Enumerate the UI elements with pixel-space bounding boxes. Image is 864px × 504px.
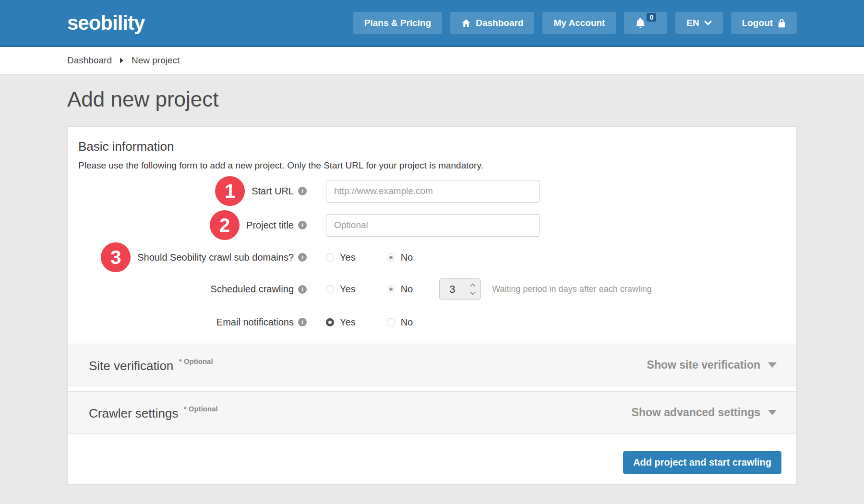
- lock-icon: [778, 18, 786, 28]
- email-yes-option[interactable]: Yes: [326, 317, 356, 328]
- main-content: Add new project Basic information Please…: [0, 87, 864, 485]
- language-selector-button[interactable]: EN: [675, 12, 722, 34]
- email-no-radio[interactable]: [387, 318, 395, 326]
- site-verification-title: Site verification: [89, 359, 173, 373]
- waiting-period-stepper[interactable]: 3: [439, 278, 481, 300]
- seobility-logo[interactable]: seobility: [67, 12, 144, 35]
- step-3-badge: 3: [101, 242, 131, 272]
- add-project-button[interactable]: Add project and start crawling: [623, 451, 781, 474]
- scheduled-no-label: No: [401, 284, 413, 295]
- project-title-input[interactable]: [326, 214, 540, 237]
- my-account-button[interactable]: My Account: [542, 12, 616, 34]
- basic-information-title: Basic information: [78, 138, 786, 155]
- project-title-label-group: 2 Project title i: [78, 216, 307, 234]
- start-url-row: 1 Start URL i: [78, 180, 786, 203]
- home-icon: [461, 18, 471, 28]
- scheduled-yes-radio[interactable]: [326, 285, 334, 293]
- start-url-label: Start URL: [252, 186, 294, 197]
- subdomains-row: 3 Should Seobility crawl sub domains? i …: [78, 248, 786, 267]
- new-project-card: Basic information Please use the followi…: [67, 126, 797, 485]
- email-notifications-row: Email notifications i Yes No: [78, 312, 786, 332]
- dashboard-button[interactable]: Dashboard: [450, 12, 534, 34]
- notifications-button[interactable]: 0: [624, 12, 667, 34]
- email-no-label: No: [401, 317, 413, 328]
- show-site-verification-label: Show site verification: [647, 359, 760, 372]
- email-yes-radio[interactable]: [326, 318, 334, 326]
- card-footer: Add project and start crawling: [68, 434, 796, 484]
- triangle-down-icon: [768, 410, 777, 415]
- email-notifications-info-icon[interactable]: i: [298, 318, 307, 326]
- site-verification-section: Site verification * Optional Show site v…: [68, 344, 796, 386]
- email-no-option[interactable]: No: [387, 317, 413, 328]
- show-site-verification-toggle[interactable]: Show site verification: [647, 359, 777, 372]
- scheduled-yes-label: Yes: [340, 284, 356, 295]
- crawler-settings-optional-tag: * Optional: [184, 405, 218, 413]
- show-advanced-settings-label: Show advanced settings: [632, 406, 760, 419]
- stepper-arrows: [471, 283, 475, 296]
- scheduled-crawling-row: Scheduled crawling i Yes No 3: [78, 278, 786, 300]
- project-title-label: Project title: [246, 220, 294, 231]
- logout-label: Logout: [742, 18, 773, 28]
- project-title-info-icon[interactable]: i: [298, 221, 307, 229]
- project-title-row: 2 Project title i: [78, 214, 786, 237]
- top-header: seobility Plans & Pricing Dashboard My A…: [0, 0, 864, 47]
- show-advanced-settings-toggle[interactable]: Show advanced settings: [632, 406, 777, 419]
- scheduled-no-option[interactable]: No: [387, 284, 413, 295]
- breadcrumb-current: New project: [132, 55, 180, 66]
- chevron-down-icon: [704, 20, 712, 26]
- scheduled-crawling-label: Scheduled crawling: [211, 284, 294, 295]
- email-radio-group: Yes No: [326, 317, 413, 328]
- my-account-label: My Account: [553, 18, 605, 28]
- bell-icon: [635, 17, 646, 29]
- crawler-settings-section: Crawler settings * Optional Show advance…: [68, 391, 796, 434]
- header-nav: Plans & Pricing Dashboard My Account 0 E…: [353, 12, 797, 34]
- logout-button[interactable]: Logout: [731, 12, 797, 34]
- waiting-period-hint: Waiting period in days after each crawli…: [492, 284, 652, 294]
- scheduled-no-radio[interactable]: [387, 285, 395, 293]
- dashboard-label: Dashboard: [476, 18, 523, 28]
- plans-pricing-button[interactable]: Plans & Pricing: [353, 12, 442, 34]
- crawler-settings-title: Crawler settings: [89, 406, 178, 420]
- plans-pricing-label: Plans & Pricing: [364, 18, 431, 28]
- language-label: EN: [686, 18, 699, 28]
- stepper-down-icon[interactable]: [470, 289, 476, 295]
- step-2-badge: 2: [210, 210, 240, 240]
- form-intro-text: Please use the following form to add a n…: [78, 160, 786, 171]
- site-verification-optional-tag: * Optional: [179, 357, 213, 365]
- site-verification-heading: Site verification * Optional: [89, 357, 213, 373]
- crawler-settings-heading: Crawler settings * Optional: [89, 405, 218, 421]
- subdomains-label-group: 3 Should Seobility crawl sub domains? i: [78, 248, 307, 266]
- subdomains-radio-group: Yes No: [326, 252, 413, 263]
- scheduled-label-group: Scheduled crawling i: [78, 284, 307, 295]
- email-label-group: Email notifications i: [78, 317, 307, 328]
- start-url-input[interactable]: [326, 180, 540, 203]
- breadcrumb-dashboard-link[interactable]: Dashboard: [67, 55, 112, 66]
- basic-information-section: Basic information Please use the followi…: [68, 127, 796, 332]
- breadcrumb-arrow-icon: [120, 58, 123, 63]
- start-url-info-icon[interactable]: i: [298, 187, 307, 195]
- step-1-badge: 1: [215, 176, 245, 206]
- notification-count-badge: 0: [647, 13, 656, 22]
- triangle-down-icon: [768, 362, 777, 368]
- scheduled-yes-option[interactable]: Yes: [326, 284, 356, 295]
- subdomains-yes-label: Yes: [340, 252, 356, 263]
- subdomains-yes-option[interactable]: Yes: [326, 252, 356, 263]
- scheduled-crawling-info-icon[interactable]: i: [298, 285, 307, 294]
- start-url-label-group: 1 Start URL i: [78, 182, 307, 200]
- subdomains-label: Should Seobility crawl sub domains?: [137, 252, 294, 263]
- scheduled-radio-group: Yes No 3 Waiting period in days after ea…: [326, 278, 652, 300]
- subdomains-no-label: No: [401, 252, 413, 263]
- start-url-control: [326, 180, 540, 203]
- email-notifications-label: Email notifications: [216, 317, 294, 328]
- stepper-up-icon[interactable]: [470, 283, 476, 288]
- subdomains-yes-radio[interactable]: [326, 253, 334, 262]
- breadcrumb: Dashboard New project: [0, 47, 864, 74]
- subdomains-info-icon[interactable]: i: [298, 253, 307, 262]
- email-yes-label: Yes: [340, 317, 356, 328]
- page-title: Add new project: [67, 87, 797, 112]
- waiting-period-value: 3: [449, 283, 455, 296]
- subdomains-no-radio[interactable]: [387, 253, 395, 262]
- subdomains-no-option[interactable]: No: [387, 252, 413, 263]
- project-title-control: [326, 214, 540, 237]
